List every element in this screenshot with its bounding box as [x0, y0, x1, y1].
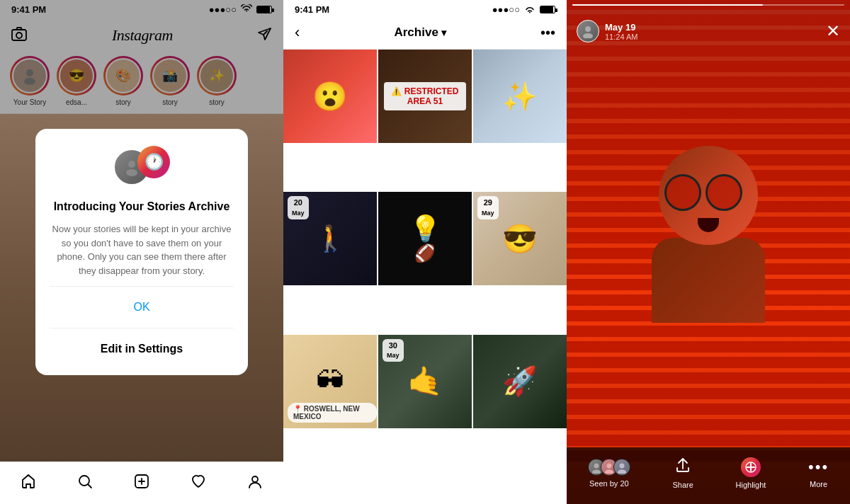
archive-wifi-icon — [524, 6, 536, 14]
story-subject — [567, 42, 850, 447]
story-progress-bar — [572, 4, 844, 6]
svg-point-12 — [585, 26, 591, 32]
archive-panel: 9:41 PM ●●●○○ ‹ Archive ▾ ••• 😮 ⚠️ RESTR… — [283, 0, 567, 504]
story-bottom-bar: Seen by 20 Share Highlight — [567, 447, 850, 504]
grid-date-4: 20May — [288, 196, 309, 219]
archive-title: Archive ▾ — [394, 25, 446, 40]
nav-heart-button[interactable] — [191, 474, 206, 493]
svg-point-17 — [605, 469, 613, 474]
highlight-label: Highlight — [736, 481, 766, 489]
archive-battery-icon — [540, 6, 555, 13]
feed-panel: 9:41 PM ●●●○○ Instag — [0, 0, 283, 504]
more-item[interactable]: ••• More — [808, 458, 829, 488]
more-label: More — [810, 480, 827, 488]
grid-item-7[interactable]: 🕶 📍 ROSWELL, NEW MEXICO — [283, 335, 377, 428]
seen-avatar-3 — [613, 459, 630, 476]
grid-date-8: 30May — [382, 339, 404, 362]
modal-icon-stack: 🕐 — [113, 146, 170, 188]
grid-item-2[interactable]: ⚠️ RESTRICTEDAREA 51 — [378, 50, 472, 143]
svg-point-15 — [592, 469, 601, 474]
story-user-meta: May 19 11:24 AM — [605, 22, 638, 41]
story-close-button[interactable]: ✕ — [826, 21, 840, 41]
grid-item-9[interactable]: 🚀 — [473, 335, 567, 428]
archive-header: ‹ Archive ▾ ••• — [283, 18, 567, 50]
svg-point-16 — [606, 463, 611, 468]
svg-point-11 — [252, 476, 258, 482]
modal-settings-button[interactable]: Edit in Settings — [50, 337, 234, 361]
svg-line-7 — [89, 484, 92, 488]
grid-item-3[interactable]: ✨ — [473, 50, 567, 143]
seen-by-label: Seen by 20 — [589, 479, 629, 488]
grid-item-1[interactable]: 😮 — [283, 50, 377, 143]
grid-item-4[interactable]: 🚶 20May — [283, 192, 377, 285]
nav-search-button[interactable] — [77, 474, 93, 493]
story-timestamp: 11:24 AM — [605, 33, 638, 41]
story-panel: May 19 11:24 AM ✕ Seen by 20 — [567, 0, 850, 504]
svg-point-14 — [594, 463, 599, 468]
archive-more-button[interactable]: ••• — [540, 25, 555, 41]
modal-divider-bottom — [50, 328, 234, 328]
grid-item-8[interactable]: 🤙 30May — [378, 335, 472, 428]
archive-back-button[interactable]: ‹ — [295, 23, 300, 42]
story-header: May 19 11:24 AM ✕ — [567, 0, 850, 48]
modal-ok-button[interactable]: OK — [50, 295, 234, 319]
modal-archive-icon: 🕐 — [137, 146, 170, 178]
nav-add-button[interactable] — [134, 474, 149, 493]
svg-point-5 — [126, 169, 137, 176]
story-user-avatar — [577, 20, 599, 42]
seen-by-item[interactable]: Seen by 20 — [588, 459, 630, 488]
grid-item-5[interactable]: 💡 🏈 — [378, 192, 472, 285]
seen-avatars — [588, 459, 630, 476]
archive-grid: 😮 ⚠️ RESTRICTEDAREA 51 ✨ 🚶 20May 💡 🏈 😎 2… — [283, 50, 567, 476]
svg-point-4 — [128, 161, 135, 168]
grid-item-6[interactable]: 😎 29May — [473, 192, 567, 285]
feed-bottom-nav — [0, 462, 283, 504]
modal-overlay: 🕐 Introducing Your Stories Archive Now y… — [0, 0, 283, 504]
modal-title: Introducing Your Stories Archive — [54, 200, 230, 214]
nav-profile-button[interactable] — [247, 474, 263, 493]
more-icon: ••• — [808, 458, 829, 476]
highlight-item[interactable]: Highlight — [736, 457, 766, 489]
archive-time: 9:41 PM — [295, 4, 329, 15]
highlight-icon — [741, 457, 761, 477]
svg-point-19 — [618, 469, 626, 474]
share-icon — [675, 457, 691, 477]
grid-date-6: 29May — [477, 196, 499, 219]
modal-divider-top — [50, 286, 234, 287]
share-item[interactable]: Share — [673, 457, 693, 489]
svg-point-18 — [619, 463, 624, 468]
grid-tag-7: 📍 ROSWELL, NEW MEXICO — [288, 403, 377, 423]
archive-status-bar: 9:41 PM ●●●○○ — [283, 0, 567, 18]
share-label: Share — [673, 481, 693, 489]
archive-chevron-icon: ▾ — [441, 27, 446, 38]
archive-intro-modal: 🕐 Introducing Your Stories Archive Now y… — [35, 129, 248, 376]
nav-home-button[interactable] — [21, 474, 36, 493]
story-date: May 19 — [605, 22, 638, 33]
svg-point-13 — [583, 33, 593, 38]
archive-signal: ●●●○○ — [492, 4, 520, 15]
story-user-info: May 19 11:24 AM — [577, 20, 638, 42]
story-progress-fill — [572, 4, 763, 6]
modal-body: Now your stories will be kept in your ar… — [50, 222, 234, 277]
